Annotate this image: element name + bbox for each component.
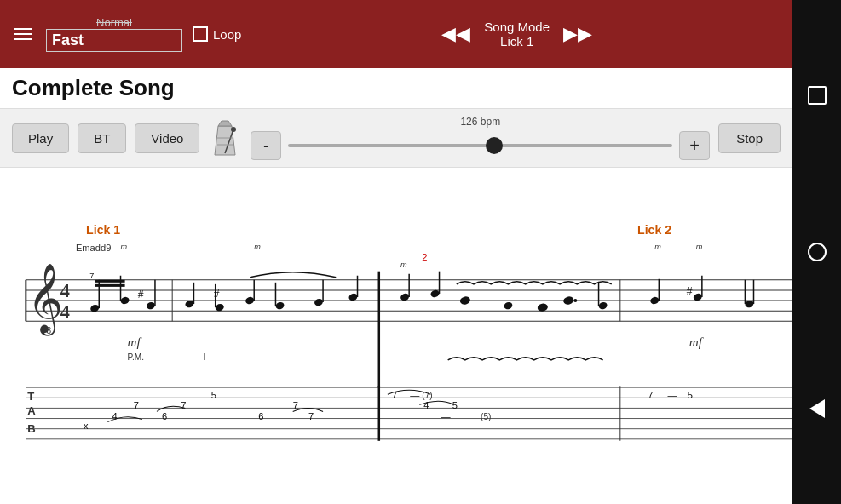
svg-text:B: B	[27, 422, 35, 435]
svg-point-53	[573, 299, 577, 302]
bpm-label: 126 bpm	[460, 116, 500, 128]
svg-text:#: #	[687, 285, 693, 297]
svg-text:mf: mf	[128, 335, 142, 349]
speed-fast-input[interactable]	[46, 29, 182, 52]
speed-container: Normal	[46, 16, 182, 52]
svg-marker-1	[218, 121, 232, 126]
svg-text:mf: mf	[689, 335, 704, 349]
svg-text:m: m	[696, 243, 703, 251]
svg-text:—: —	[441, 411, 452, 421]
svg-text:7: 7	[293, 400, 298, 410]
lick1-label: Lick 1	[86, 223, 120, 237]
hamburger-menu-button[interactable]	[10, 25, 36, 43]
svg-text:#: #	[138, 289, 144, 301]
svg-text:x: x	[84, 421, 89, 431]
svg-point-3	[231, 127, 236, 132]
svg-text:2: 2	[422, 252, 427, 262]
android-recents-button[interactable]	[802, 80, 832, 111]
lick-mode-label: Lick 1	[484, 34, 550, 49]
song-mode-label: Song Mode	[484, 20, 550, 34]
bpm-plus-button[interactable]: +	[679, 131, 710, 160]
metronome-icon[interactable]	[208, 117, 242, 159]
svg-text:—: —	[410, 390, 420, 400]
svg-text:5: 5	[211, 390, 216, 400]
svg-text:m: m	[400, 261, 407, 269]
stop-button[interactable]: Stop	[718, 123, 781, 153]
svg-rect-6	[0, 215, 792, 456]
svg-text:m: m	[254, 243, 261, 251]
android-back-button[interactable]	[802, 393, 832, 424]
loop-checkbox[interactable]	[193, 26, 208, 42]
svg-text:T: T	[27, 390, 34, 403]
svg-text:5: 5	[688, 390, 693, 400]
svg-text:A: A	[27, 405, 36, 418]
chord-label: Emadd9	[76, 243, 111, 253]
center-controls: ◀◀ Song Mode Lick 1 ▶▶	[441, 20, 592, 49]
skip-forward-button[interactable]: ▶▶	[563, 23, 592, 45]
svg-text:6: 6	[258, 411, 263, 421]
sheet-area: Lick 1 Lick 2 Emadd9 m 𝄞 4 4	[0, 168, 792, 504]
android-nav-bar	[792, 0, 841, 504]
svg-text:7: 7	[308, 411, 314, 421]
controls-bar: Play BT Video 126 bpm - +	[0, 108, 792, 168]
bpm-section: 126 bpm - +	[251, 116, 710, 160]
svg-text:𝄞: 𝄞	[27, 264, 63, 336]
svg-text:m: m	[654, 243, 661, 251]
svg-text:4: 4	[60, 280, 70, 301]
lick2-label: Lick 2	[637, 223, 671, 237]
bt-button[interactable]: BT	[78, 123, 126, 153]
svg-text:6: 6	[162, 411, 167, 421]
loop-label: Loop	[213, 27, 241, 42]
svg-text:#: #	[214, 288, 220, 300]
video-button[interactable]: Video	[135, 123, 199, 153]
speed-normal-label: Normal	[96, 16, 132, 29]
loop-container: Loop	[193, 26, 241, 42]
android-home-button[interactable]	[802, 237, 832, 267]
bpm-minus-button[interactable]: -	[251, 131, 281, 160]
back-icon	[809, 399, 825, 418]
bpm-slider[interactable]	[288, 144, 672, 147]
svg-text:8: 8	[47, 326, 52, 335]
svg-text:7: 7	[181, 400, 186, 410]
svg-text:(5): (5)	[481, 412, 491, 421]
circle-icon	[808, 243, 827, 261]
song-mode-info: Song Mode Lick 1	[484, 20, 550, 49]
svg-rect-29	[95, 280, 124, 283]
svg-text:m: m	[121, 243, 128, 251]
svg-text:5: 5	[452, 400, 458, 410]
svg-text:—: —	[667, 390, 677, 400]
play-button[interactable]: Play	[12, 123, 69, 153]
svg-text:7: 7	[89, 272, 94, 280]
page-title-bar: Complete Song	[0, 68, 792, 108]
top-bar: Normal Loop ◀◀ Song Mode Lick 1 ▶▶	[0, 0, 792, 68]
svg-text:7: 7	[648, 390, 653, 400]
sheet-music-svg: Lick 1 Lick 2 Emadd9 m 𝄞 4 4	[0, 168, 792, 504]
square-icon	[808, 86, 827, 105]
skip-back-button[interactable]: ◀◀	[441, 23, 470, 45]
metronome-svg	[210, 119, 240, 157]
svg-rect-30	[95, 284, 124, 287]
svg-text:7: 7	[134, 400, 139, 410]
bpm-slider-row: - +	[251, 131, 710, 160]
svg-text:4: 4	[60, 301, 70, 323]
page-title: Complete Song	[12, 75, 781, 101]
svg-text:P.M. --------------------l: P.M. --------------------l	[128, 352, 206, 362]
